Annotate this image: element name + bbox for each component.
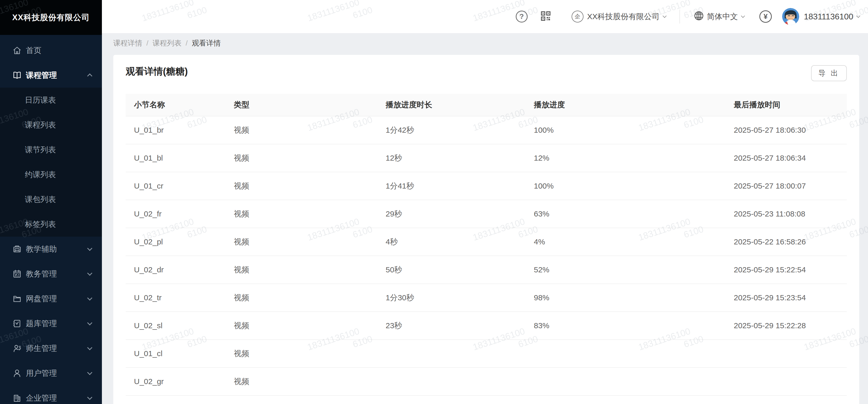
sidebar-subitem-lesson-list[interactable]: 课节列表	[0, 137, 102, 162]
table-row: U_01_cr视频1分41秒100%2025-05-27 18:00:07	[126, 172, 847, 200]
sidebar-subitem-booking-list[interactable]: 约课列表	[0, 162, 102, 187]
cell-last_time: 2025-05-27 18:00:07	[725, 172, 847, 200]
cell-type: 视频	[225, 228, 377, 256]
chevron-down-icon	[856, 14, 861, 18]
sidebar-item-user-mgmt[interactable]: 用户管理	[0, 361, 102, 385]
sidebar-item-label: 企业管理	[26, 393, 88, 403]
sidebar-subitem-label: 约课列表	[25, 169, 92, 180]
cell-progress: 98%	[526, 284, 725, 312]
sidebar-item-teacher-student-mgmt[interactable]: 师生管理	[0, 336, 102, 361]
export-button[interactable]: 导 出	[811, 65, 847, 81]
cell-duration: 12秒	[377, 144, 526, 172]
sidebar-item-label: 课程管理	[26, 70, 88, 81]
table-row: U_02_pl视频4秒4%2025-05-22 16:58:26	[126, 228, 847, 256]
user-menu[interactable]: 18311136100	[804, 12, 860, 22]
cell-progress: 52%	[526, 256, 725, 284]
sidebar-subitem-tag-list[interactable]: 标签列表	[0, 212, 102, 237]
cell-progress	[526, 368, 725, 396]
table-header-row: 小节名称类型播放进度时长播放进度最后播放时间	[126, 94, 847, 116]
cell-type: 视频	[225, 284, 377, 312]
column-header: 播放进度时长	[377, 94, 526, 116]
cell-progress: 63%	[526, 200, 725, 228]
table-row: U_01_br视频1分42秒100%2025-05-27 18:06:30	[126, 116, 847, 144]
sidebar-subitem-course-list[interactable]: 课程列表	[0, 113, 102, 137]
sidebar-subitem-label: 日历课表	[25, 95, 92, 105]
cell-last_time: 2025-05-23 11:08:08	[725, 200, 847, 228]
qr-code-icon	[540, 10, 551, 23]
sidebar-item-teaching-aid[interactable]: 教学辅助	[0, 237, 102, 261]
cell-type: 视频	[225, 312, 377, 340]
cell-name: U_02_sl	[126, 312, 225, 340]
watch-detail-table: 小节名称类型播放进度时长播放进度最后播放时间 U_01_br视频1分42秒100…	[126, 94, 847, 396]
cell-last_time: 2025-05-27 18:06:34	[725, 144, 847, 172]
cell-duration: 1分42秒	[377, 116, 526, 144]
column-header: 播放进度	[526, 94, 725, 116]
cell-progress: 12%	[526, 144, 725, 172]
chevron-down-icon	[87, 271, 92, 276]
cell-progress: 83%	[526, 312, 725, 340]
sidebar-item-label: 教务管理	[26, 269, 88, 279]
help-button[interactable]: ?	[516, 10, 528, 23]
chevron-down-icon	[87, 296, 92, 301]
table-row: U_01_bl视频12秒12%2025-05-27 18:06:34	[126, 144, 847, 172]
user-avatar[interactable]	[782, 8, 799, 25]
sidebar-subitem-label: 课包列表	[25, 194, 92, 205]
app-root: XX科技股份有限公司 首页课程管理日历课表课程列表课节列表约课列表课包列表标签列…	[0, 0, 868, 404]
sidebar-subitem-course-package-list[interactable]: 课包列表	[0, 187, 102, 212]
cell-type: 视频	[225, 116, 377, 144]
watch-detail-card: 观看详情(糖糖) 导 出 小节名称类型播放进度时长播放进度最后播放时间 U_01…	[113, 55, 859, 404]
calendar-check-icon	[12, 269, 22, 279]
breadcrumb-separator: /	[146, 39, 149, 47]
sidebar-item-course-mgmt[interactable]: 课程管理	[0, 63, 102, 88]
sidebar-item-question-bank-mgmt[interactable]: 题库管理	[0, 311, 102, 336]
language-selector[interactable]: 简体中文	[693, 10, 744, 23]
cell-type: 视频	[225, 256, 377, 284]
cell-name: U_02_dr	[126, 256, 225, 284]
sidebar-item-academic-mgmt[interactable]: 教务管理	[0, 261, 102, 286]
chevron-up-icon	[87, 73, 92, 79]
chevron-down-icon	[87, 320, 92, 325]
chevron-down-icon	[87, 345, 92, 350]
help-icon: ?	[516, 10, 528, 23]
cell-last_time: 2025-05-29 15:23:54	[725, 284, 847, 312]
avatar-image	[782, 8, 799, 25]
table-row: U_02_tr视频1分30秒98%2025-05-29 15:23:54	[126, 284, 847, 312]
cell-type: 视频	[225, 200, 377, 228]
cell-progress	[526, 340, 725, 368]
cell-type: 视频	[225, 172, 377, 200]
sidebar-subitem-calendar-schedule[interactable]: 日历课表	[0, 88, 102, 113]
topbar: ? 企 XX科技股份有限	[102, 0, 868, 33]
main-column: ? 企 XX科技股份有限	[102, 0, 868, 404]
breadcrumb-item[interactable]: 课程列表	[153, 38, 182, 48]
cell-type: 视频	[225, 340, 377, 368]
sidebar-item-label: 网盘管理	[26, 293, 88, 304]
cell-name: U_01_cr	[126, 172, 225, 200]
sidebar-item-home[interactable]: 首页	[0, 38, 102, 63]
column-header: 小节名称	[126, 94, 225, 116]
cell-progress: 4%	[526, 228, 725, 256]
topbar-divider	[679, 9, 680, 24]
sidebar-menu: 首页课程管理日历课表课程列表课节列表约课列表课包列表标签列表教学辅助教务管理网盘…	[0, 35, 102, 404]
cell-duration: 1分30秒	[377, 284, 526, 312]
currency-button[interactable]: ¥	[760, 10, 772, 23]
enterprise-switcher[interactable]: 企 XX科技股份有限公司	[571, 10, 666, 23]
sidebar-subitem-label: 标签列表	[25, 219, 92, 230]
qr-code-button[interactable]	[540, 10, 551, 23]
sidebar-item-netdisk-mgmt[interactable]: 网盘管理	[0, 286, 102, 311]
enterprise-icon: 企	[571, 10, 584, 23]
page-title: 观看详情(糖糖)	[126, 65, 847, 78]
sidebar-item-label: 题库管理	[26, 318, 88, 329]
enterprise-name: XX科技股份有限公司	[587, 11, 659, 22]
sidebar-subitem-label: 课节列表	[25, 145, 92, 155]
cell-type: 视频	[225, 368, 377, 396]
breadcrumb-item[interactable]: 课程详情	[113, 38, 142, 48]
cell-last_time	[725, 340, 847, 368]
sidebar-item-label: 教学辅助	[26, 244, 88, 254]
column-header: 最后播放时间	[725, 94, 847, 116]
table-row: U_02_dr视频50秒52%2025-05-29 15:22:54	[126, 256, 847, 284]
cell-progress: 100%	[526, 172, 725, 200]
sidebar-item-enterprise-mgmt[interactable]: 企业管理	[0, 385, 102, 404]
cell-type: 视频	[225, 144, 377, 172]
notebook-icon	[12, 318, 22, 329]
submenu-course-mgmt: 日历课表课程列表课节列表约课列表课包列表标签列表	[0, 88, 102, 237]
